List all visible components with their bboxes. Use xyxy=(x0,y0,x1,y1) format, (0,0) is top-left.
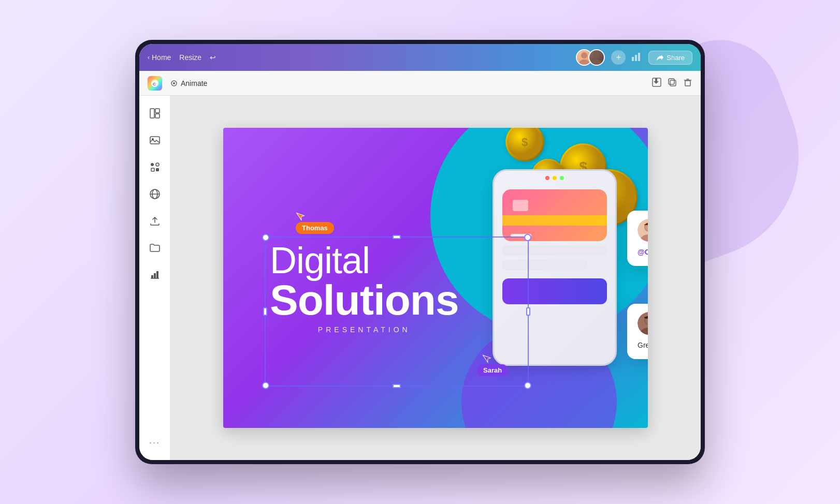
phone-card xyxy=(502,189,607,241)
slide-subtitle: PRESENTATION xyxy=(270,325,459,334)
comment-header-sarah: Sarah Knight 1 minute ago xyxy=(638,219,648,242)
svg-rect-5 xyxy=(635,55,637,61)
cursor-sarah-icon xyxy=(481,351,494,365)
collaborator-avatars xyxy=(576,49,605,66)
comment-avatar-thomas xyxy=(638,312,648,335)
resize-label: Resize xyxy=(179,53,201,62)
handle-tl[interactable] xyxy=(262,234,269,241)
svg-rect-30 xyxy=(151,275,153,278)
cursor-thomas-label: Thomas xyxy=(296,222,334,234)
sarah-mention: @Chris xyxy=(638,248,648,256)
coin-2: $ xyxy=(505,128,544,161)
comment-card-thomas: Thomas Nabin 1 minute ago Great, thanks! xyxy=(627,304,648,359)
comment-header-thomas: Thomas Nabin 1 minute ago xyxy=(638,312,648,335)
sidebar-item-image[interactable] xyxy=(143,129,166,152)
cursor-thomas: Thomas xyxy=(296,211,334,234)
sidebar-item-elements[interactable] xyxy=(143,156,166,179)
second-toolbar: C Animate xyxy=(139,71,701,96)
export-button[interactable] xyxy=(652,78,661,89)
analytics-icon xyxy=(632,52,642,61)
svg-point-0 xyxy=(581,52,587,58)
export-icon xyxy=(652,78,661,87)
svg-point-3 xyxy=(591,60,602,65)
cursor-sarah-label: Sarah xyxy=(477,364,508,376)
comment-avatar-sarah xyxy=(638,219,648,242)
svg-rect-18 xyxy=(155,109,160,113)
handle-bl[interactable] xyxy=(262,382,269,389)
home-label: Home xyxy=(152,53,171,62)
share-button[interactable]: Share xyxy=(648,51,692,65)
copy-button[interactable] xyxy=(668,78,677,89)
add-collaborator-button[interactable]: + xyxy=(611,50,626,65)
animate-button[interactable]: Animate xyxy=(170,79,207,87)
sidebar-item-globe[interactable] xyxy=(143,183,166,205)
back-home-button[interactable]: ‹ Home xyxy=(148,53,171,62)
svg-point-2 xyxy=(593,52,600,58)
slide-title-light: Digital xyxy=(270,242,459,279)
analytics-button[interactable] xyxy=(632,52,642,63)
svg-rect-14 xyxy=(685,81,690,86)
handle-lm[interactable] xyxy=(263,307,267,316)
canva-logo-svg: C xyxy=(150,79,160,88)
handle-tm[interactable] xyxy=(393,235,401,239)
svg-rect-32 xyxy=(156,271,158,278)
chevron-left-icon: ‹ xyxy=(148,54,150,61)
sidebar-item-chart[interactable] xyxy=(143,263,166,286)
svg-text:$: $ xyxy=(522,136,528,149)
sidebar-item-upload[interactable] xyxy=(143,210,166,232)
phone-action-bar xyxy=(502,278,607,304)
card-chip xyxy=(513,200,528,211)
card-number xyxy=(511,234,531,237)
image-icon xyxy=(149,135,161,146)
svg-rect-31 xyxy=(154,273,156,278)
top-toolbar: ‹ Home Resize ↩ xyxy=(139,44,701,71)
sarah-comment-body: @Chris Title updated 👋 xyxy=(638,247,648,258)
handle-bm[interactable] xyxy=(393,384,401,388)
canvas-area[interactable]: $ $ xyxy=(170,96,701,460)
svg-rect-25 xyxy=(156,168,159,171)
phone-row-2 xyxy=(502,260,587,270)
dot-green xyxy=(560,176,564,180)
card-stripe xyxy=(502,215,607,226)
magic-wand-icon xyxy=(170,80,178,87)
svg-rect-13 xyxy=(669,79,674,84)
toolbar-left: ‹ Home Resize ↩ xyxy=(148,53,570,62)
elements-icon xyxy=(149,161,161,173)
svg-point-23 xyxy=(156,163,159,166)
svg-rect-6 xyxy=(638,53,640,61)
animate-label: Animate xyxy=(181,79,207,87)
upload-icon xyxy=(149,215,161,227)
avatar-man-svg xyxy=(589,50,604,65)
folder-icon xyxy=(149,242,161,254)
svg-point-1 xyxy=(579,60,589,65)
thomas-comment-body: Great, thanks! xyxy=(638,340,648,351)
toolbar-right: + Share xyxy=(576,49,692,66)
svg-rect-19 xyxy=(155,114,160,118)
layout-icon xyxy=(149,108,161,119)
sidebar-item-layout[interactable] xyxy=(143,102,166,125)
sidebar-item-folder[interactable] xyxy=(143,236,166,259)
share-icon xyxy=(656,54,663,61)
svg-rect-12 xyxy=(670,80,676,86)
svg-rect-24 xyxy=(151,168,154,171)
share-label: Share xyxy=(667,54,685,62)
trash-icon xyxy=(683,78,692,87)
cursor-sarah: Sarah xyxy=(477,353,508,376)
sidebar-item-more[interactable]: ··· xyxy=(143,431,166,454)
resize-button[interactable]: Resize xyxy=(179,53,201,62)
toolbar-icons-right xyxy=(652,78,692,89)
svg-rect-4 xyxy=(632,57,634,61)
svg-text:C: C xyxy=(153,82,156,86)
slide-text: Digital Solutions PRESENTATION xyxy=(270,242,459,334)
main-area: ··· $ xyxy=(139,96,701,460)
plus-icon: + xyxy=(616,53,621,62)
undo-button[interactable]: ↩ xyxy=(210,53,216,62)
slide[interactable]: $ $ xyxy=(223,128,648,428)
more-icon: ··· xyxy=(149,437,160,448)
phone-notch xyxy=(494,171,615,185)
delete-button[interactable] xyxy=(683,78,692,89)
slide-title-bold: Solutions xyxy=(270,279,459,321)
left-sidebar: ··· xyxy=(139,96,170,460)
cursor-thomas-icon xyxy=(294,209,308,223)
phone-row-1 xyxy=(502,245,607,256)
